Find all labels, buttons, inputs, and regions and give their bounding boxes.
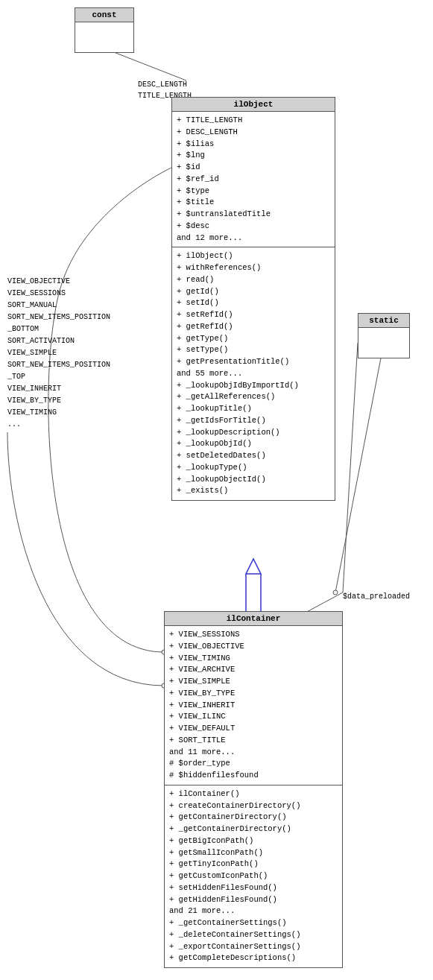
- ilobject-method-17: + setDeletedDates(): [177, 450, 330, 462]
- ilobject-attributes-section: + TITLE_LENGTH + DESC_LENGTH + $ilias + …: [172, 112, 335, 247]
- ilobject-box: ilObject + TITLE_LENGTH + DESC_LENGTH + …: [171, 97, 335, 501]
- svg-marker-3: [246, 559, 261, 574]
- ilobject-attr-7: + $title: [177, 197, 330, 209]
- static-box: static: [358, 313, 410, 358]
- left-label-8: _TOP: [7, 371, 110, 383]
- ilcontainer-method-1: + createContainerDirectory(): [169, 800, 338, 812]
- ilobject-method-9: + getPresentationTitle(): [177, 356, 330, 368]
- left-label-4: _BOTTOM: [7, 323, 110, 335]
- ilcontainer-method-10: and 21 more...: [169, 905, 338, 917]
- ilobject-method-1: + withReferences(): [177, 262, 330, 274]
- ilobject-method-15: + _lookupDescription(): [177, 427, 330, 439]
- desc-length-label: DESC_LENGTH: [138, 79, 192, 90]
- ilcontainer-method-4: + getBigIconPath(): [169, 835, 338, 847]
- ilcontainer-const-6: + VIEW_INHERIT: [169, 700, 338, 712]
- ilobject-methods-section: + ilObject() + withReferences() + read()…: [172, 247, 335, 500]
- ilcontainer-method-3: + _getContainerDirectory(): [169, 823, 338, 835]
- ilobject-box-title: ilObject: [172, 98, 335, 112]
- ilcontainer-const-12: # $hiddenfilesfound: [169, 770, 338, 782]
- ilobject-attr-3: + $lng: [177, 150, 330, 162]
- left-label-7: SORT_NEW_ITEMS_POSITION: [7, 359, 110, 371]
- const-box-body: [75, 22, 133, 52]
- ilcontainer-const-0: + VIEW_SESSIONS: [169, 629, 338, 641]
- ilcontainer-const-10: and 11 more...: [169, 747, 338, 759]
- left-labels: VIEW_OBJECTIVE VIEW_SESSIONS SORT_MANUAL…: [7, 276, 110, 431]
- svg-line-8: [335, 343, 384, 592]
- left-label-2: SORT_MANUAL: [7, 300, 110, 312]
- ilobject-method-12: + _getAllReferences(): [177, 391, 330, 403]
- static-box-title: static: [358, 314, 409, 328]
- left-label-9: VIEW_INHERIT: [7, 383, 110, 395]
- ilcontainer-method-7: + getCustomIconPath(): [169, 870, 338, 882]
- left-label-5: SORT_ACTIVATION: [7, 335, 110, 347]
- svg-line-4: [343, 343, 358, 592]
- ilcontainer-const-5: + VIEW_BY_TYPE: [169, 688, 338, 700]
- ilobject-attr-6: + $type: [177, 186, 330, 197]
- ilobject-attr-5: + $ref_id: [177, 174, 330, 186]
- ilcontainer-method-6: + getTinyIconPath(): [169, 859, 338, 870]
- ilcontainer-const-1: + VIEW_OBJECTIVE: [169, 641, 338, 653]
- static-box-body: [358, 328, 409, 358]
- ilobject-attr-9: + $desc: [177, 221, 330, 233]
- ilobject-method-6: + getRefId(): [177, 321, 330, 333]
- ilcontainer-method-0: + ilContainer(): [169, 788, 338, 800]
- diagram-container: const static DESC_LENGTH TITLE_LENGTH il…: [0, 0, 433, 980]
- const-box-title: const: [75, 8, 133, 22]
- ilobject-attr-1: + DESC_LENGTH: [177, 127, 330, 139]
- ilobject-method-3: + getId(): [177, 286, 330, 298]
- ilcontainer-method-13: + _exportContainerSettings(): [169, 941, 338, 953]
- left-label-1: VIEW_SESSIONS: [7, 288, 110, 300]
- ilobject-method-10: and 55 more...: [177, 368, 330, 380]
- ilcontainer-box: ilContainer + VIEW_SESSIONS + VIEW_OBJEC…: [164, 611, 343, 968]
- ilcontainer-method-5: + getSmallIconPath(): [169, 847, 338, 859]
- left-label-12: ...: [7, 419, 110, 431]
- const-box: const: [75, 7, 134, 53]
- ilcontainer-box-title: ilContainer: [165, 612, 342, 626]
- ilobject-method-8: + setType(): [177, 344, 330, 356]
- ilobject-method-2: + read(): [177, 274, 330, 286]
- ilcontainer-const-9: + SORT_TITLE: [169, 735, 338, 747]
- ilcontainer-const-4: + VIEW_SIMPLE: [169, 676, 338, 688]
- ilobject-method-18: + _lookupType(): [177, 462, 330, 474]
- ilcontainer-const-2: + VIEW_TIMING: [169, 653, 338, 665]
- left-label-11: VIEW_TIMING: [7, 407, 110, 419]
- ilobject-method-5: + setRefId(): [177, 309, 330, 321]
- ilcontainer-method-8: + setHiddenFilesFound(): [169, 882, 338, 894]
- svg-point-9: [333, 590, 338, 595]
- ilobject-attr-4: + $id: [177, 162, 330, 174]
- ilcontainer-const-3: + VIEW_ARCHIVE: [169, 664, 338, 676]
- ilobject-attr-8: + $untranslatedTitle: [177, 209, 330, 221]
- ilobject-attr-0: + TITLE_LENGTH: [177, 115, 330, 127]
- left-label-3: SORT_NEW_ITEMS_POSITION: [7, 312, 110, 323]
- ilobject-method-4: + setId(): [177, 297, 330, 309]
- ilcontainer-const-7: + VIEW_ILINC: [169, 711, 338, 723]
- ilobject-method-11: + _lookupObjIdByImportId(): [177, 380, 330, 392]
- ilobject-attr-10: and 12 more...: [177, 233, 330, 244]
- ilcontainer-const-11: # $order_type: [169, 758, 338, 770]
- ilcontainer-constants-section: + VIEW_SESSIONS + VIEW_OBJECTIVE + VIEW_…: [165, 626, 342, 785]
- ilobject-method-16: + _lookupObjId(): [177, 438, 330, 450]
- svg-line-0: [104, 48, 186, 80]
- left-label-0: VIEW_OBJECTIVE: [7, 276, 110, 288]
- ilcontainer-methods-section: + ilContainer() + createContainerDirecto…: [165, 785, 342, 967]
- ilobject-method-13: + _lookupTitle(): [177, 403, 330, 415]
- ilobject-method-0: + ilObject(): [177, 250, 330, 262]
- ilcontainer-method-11: + _getContainerSettings(): [169, 917, 338, 929]
- ilobject-method-20: + _exists(): [177, 485, 330, 497]
- left-label-6: VIEW_SIMPLE: [7, 347, 110, 359]
- ilcontainer-method-9: + getHiddenFilesFound(): [169, 894, 338, 906]
- ilcontainer-method-2: + getContainerDirectory(): [169, 812, 338, 823]
- ilcontainer-const-8: + VIEW_DEFAULT: [169, 723, 338, 735]
- ilcontainer-method-12: + _deleteContainerSettings(): [169, 929, 338, 941]
- ilobject-method-19: + _lookupObjectId(): [177, 474, 330, 486]
- ilobject-attr-2: + $ilias: [177, 139, 330, 151]
- data-preloaded-label: $data_preloaded: [343, 592, 410, 601]
- ilobject-method-7: + getType(): [177, 333, 330, 345]
- ilcontainer-method-14: + getCompleteDescriptions(): [169, 952, 338, 964]
- ilobject-method-14: + _getIdsForTitle(): [177, 415, 330, 427]
- left-label-10: VIEW_BY_TYPE: [7, 395, 110, 407]
